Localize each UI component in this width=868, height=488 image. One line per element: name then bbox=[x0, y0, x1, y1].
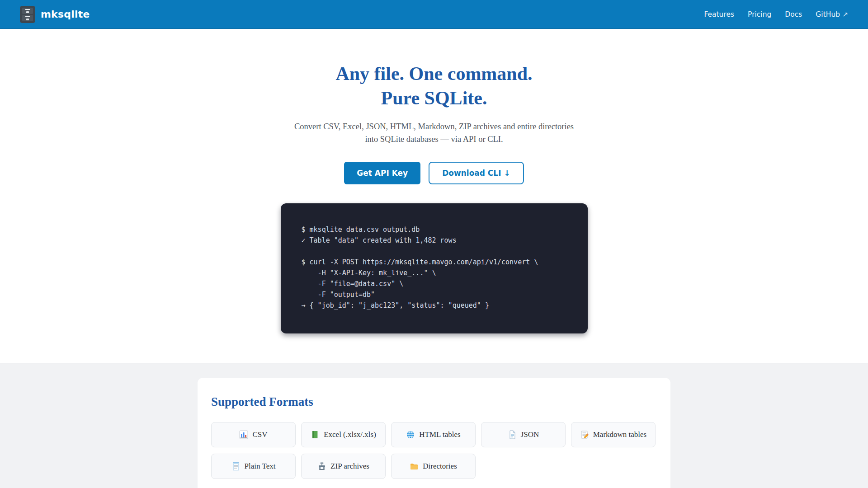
get-api-key-button[interactable]: Get API Key bbox=[344, 162, 420, 184]
terminal-demo: $ mksqlite data.csv output.db✓ Table "da… bbox=[281, 203, 588, 333]
hero-subtitle-line1: Convert CSV, Excel, JSON, HTML, Markdown… bbox=[294, 122, 574, 131]
navbar: mksqlite FeaturesPricingDocsGitHub ↗ bbox=[0, 0, 868, 29]
page-icon bbox=[508, 430, 517, 439]
format-label: Excel (.xlsx/.xls) bbox=[324, 430, 376, 439]
hero-title: Any file. One command. Pure SQLite. bbox=[0, 61, 868, 110]
green-book-icon bbox=[311, 430, 320, 439]
terminal-line: ✓ Table "data" created with 1,482 rows bbox=[302, 235, 567, 246]
format-card-excel-xlsx-xls: Excel (.xlsx/.xls) bbox=[301, 422, 386, 447]
cta-row: Get API Key Download CLI ↓ bbox=[0, 162, 868, 184]
page-lines-icon bbox=[231, 462, 241, 471]
format-label: ZIP archives bbox=[330, 462, 369, 471]
format-card-csv: CSV bbox=[211, 422, 296, 447]
nav-link-docs[interactable]: Docs bbox=[785, 10, 802, 19]
globe-icon bbox=[406, 430, 415, 439]
format-label: JSON bbox=[521, 430, 539, 439]
terminal-line: -H "X-API-Key: mk_live_..." \ bbox=[302, 267, 567, 278]
terminal-line: $ curl -X POST https://mksqlite.mavgo.co… bbox=[302, 257, 567, 267]
file-cabinet-icon bbox=[20, 6, 35, 23]
hero-subtitle-line2: into SQLite databases — via API or CLI. bbox=[365, 135, 503, 144]
format-card-json: JSON bbox=[481, 422, 566, 447]
folder-icon bbox=[410, 462, 419, 471]
formats-grid: CSVExcel (.xlsx/.xls)HTML tablesJSONMark… bbox=[211, 422, 657, 479]
terminal-line bbox=[302, 246, 567, 257]
format-label: Markdown tables bbox=[593, 430, 647, 439]
format-label: Directories bbox=[423, 462, 457, 471]
brand-home-link[interactable]: mksqlite bbox=[20, 6, 90, 23]
format-card-markdown-tables: Markdown tables bbox=[571, 422, 656, 447]
hero-title-line2: Pure SQLite. bbox=[0, 86, 868, 110]
download-cli-button[interactable]: Download CLI ↓ bbox=[429, 162, 524, 184]
bar-chart-icon bbox=[239, 430, 248, 439]
hero-subtitle: Convert CSV, Excel, JSON, HTML, Markdown… bbox=[0, 120, 868, 145]
formats-heading: Supported Formats bbox=[211, 394, 657, 409]
terminal-line: $ mksqlite data.csv output.db bbox=[302, 224, 567, 235]
format-card-zip-archives: ZIP archives bbox=[301, 454, 386, 479]
terminal-line: → { "job_id": "j_abc123", "status": "que… bbox=[302, 300, 567, 311]
nav-link-features[interactable]: Features bbox=[704, 10, 734, 19]
terminal-line: -F "output=db" bbox=[302, 289, 567, 300]
format-label: HTML tables bbox=[419, 430, 460, 439]
nav-link-github[interactable]: GitHub ↗ bbox=[816, 10, 848, 19]
format-label: CSV bbox=[252, 430, 267, 439]
memo-pencil-icon bbox=[580, 430, 589, 439]
nav-link-pricing[interactable]: Pricing bbox=[748, 10, 771, 19]
formats-section: Supported Formats CSVExcel (.xlsx/.xls)H… bbox=[0, 363, 868, 488]
formats-card: Supported Formats CSVExcel (.xlsx/.xls)H… bbox=[198, 378, 670, 488]
hero-section: Any file. One command. Pure SQLite. Conv… bbox=[0, 29, 868, 333]
clamp-icon bbox=[317, 462, 326, 471]
brand-name: mksqlite bbox=[41, 9, 90, 20]
hero-title-line1: Any file. One command. bbox=[0, 61, 868, 86]
nav-links: FeaturesPricingDocsGitHub ↗ bbox=[704, 10, 848, 19]
terminal-line: -F "file=@data.csv" \ bbox=[302, 278, 567, 289]
format-label: Plain Text bbox=[245, 462, 276, 471]
format-card-plain-text: Plain Text bbox=[211, 454, 296, 479]
format-card-html-tables: HTML tables bbox=[391, 422, 476, 447]
format-card-directories: Directories bbox=[391, 454, 476, 479]
